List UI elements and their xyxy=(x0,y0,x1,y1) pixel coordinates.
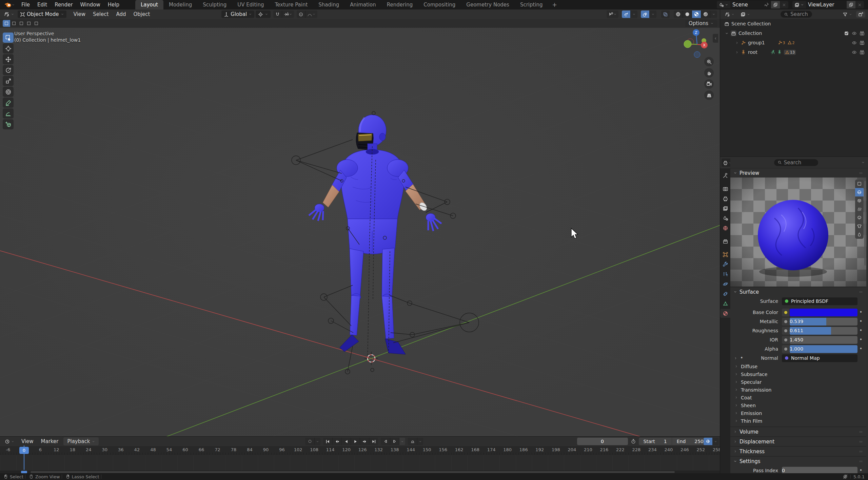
timeline-sync-dropdown[interactable] xyxy=(712,438,718,445)
surface-subpanel-header[interactable]: Emission xyxy=(730,409,866,417)
proportional-editing-toggle[interactable] xyxy=(297,11,305,18)
outliner-editor-type-button[interactable] xyxy=(723,11,736,18)
surface-shader-field[interactable]: Principled BSDF xyxy=(782,297,857,305)
value-slider[interactable]: 0.539 xyxy=(790,318,857,326)
start-frame-field[interactable]: Start1 xyxy=(639,438,672,445)
xray-toggle[interactable] xyxy=(661,11,670,18)
eye-icon[interactable] xyxy=(852,31,857,36)
collapsed-panel[interactable]: Thickness xyxy=(730,447,866,456)
preview-fluid[interactable] xyxy=(855,230,864,239)
tool-transform[interactable] xyxy=(3,87,14,97)
tab-scene[interactable] xyxy=(720,214,730,223)
base-color-socket-button[interactable] xyxy=(782,309,789,316)
timeline-sync-toggle[interactable] xyxy=(704,438,712,445)
tab-world[interactable] xyxy=(720,224,730,232)
select-mode-invert[interactable] xyxy=(25,20,33,27)
camera-view-button[interactable] xyxy=(704,79,714,89)
timeline-menu[interactable]: View xyxy=(18,437,37,445)
pivot-point-dropdown[interactable] xyxy=(256,11,271,18)
scene-browse-button[interactable] xyxy=(717,1,730,8)
shading-wireframe-button[interactable] xyxy=(674,11,683,18)
editor-type-button[interactable] xyxy=(2,11,16,18)
viewport-menu[interactable]: Object xyxy=(130,10,154,18)
outliner-row-root[interactable]: root 13 xyxy=(720,47,868,57)
workspace-tab[interactable]: Modeling xyxy=(163,0,197,9)
preview-sphere[interactable] xyxy=(855,188,864,196)
checkbox-icon[interactable] xyxy=(844,31,849,36)
current-frame-field[interactable]: 0 xyxy=(577,438,628,445)
value-slider[interactable]: 0.611 xyxy=(790,327,857,335)
normal-map-field[interactable]: Normal Map xyxy=(782,354,857,362)
expand-icon[interactable] xyxy=(735,50,739,54)
workspace-tab[interactable]: UV Editing xyxy=(232,0,269,9)
workspace-tab[interactable]: Scripting xyxy=(515,0,548,9)
view-layer-remove-button[interactable] xyxy=(855,1,864,8)
snap-toggle[interactable] xyxy=(273,11,282,18)
view-layer-name-field[interactable]: ViewLayer xyxy=(806,1,847,8)
keying-dropdown[interactable] xyxy=(314,438,320,445)
playhead[interactable]: 0 xyxy=(19,447,29,454)
topbar-menu[interactable]: File xyxy=(18,1,34,9)
viewport-canvas[interactable]: User Perspective (0) Collection | helmet… xyxy=(0,28,720,436)
workspace-tab[interactable]: Compositing xyxy=(418,0,461,9)
step-back-button[interactable] xyxy=(381,438,390,445)
timeline-snap-button[interactable] xyxy=(408,438,417,445)
view-layer-new-button[interactable] xyxy=(847,1,855,8)
socket-button[interactable] xyxy=(782,345,789,353)
overlays-dropdown[interactable] xyxy=(649,11,656,18)
workspace-tab[interactable]: Geometry Nodes xyxy=(461,0,515,9)
camera-icon[interactable] xyxy=(860,31,865,36)
add-workspace-button[interactable]: + xyxy=(549,1,560,8)
previous-keyframe-button[interactable] xyxy=(332,438,341,445)
scene-unlink-button[interactable] xyxy=(780,1,788,8)
tab-collection[interactable] xyxy=(720,237,730,246)
tab-output[interactable] xyxy=(720,194,730,203)
topbar-menu[interactable]: Render xyxy=(51,1,76,9)
surface-subpanel-header[interactable]: Diffuse xyxy=(730,362,866,370)
step-dropdown[interactable] xyxy=(399,438,405,445)
tool-rotate[interactable] xyxy=(3,65,14,75)
animate-dot[interactable]: • xyxy=(857,309,864,315)
tab-material[interactable] xyxy=(720,309,730,318)
properties-scrollbar[interactable] xyxy=(864,181,866,266)
animate-dot[interactable]: • xyxy=(857,467,864,473)
eye-icon[interactable] xyxy=(852,40,857,45)
pass-index-field[interactable]: 0 xyxy=(782,467,857,474)
animate-dot[interactable]: • xyxy=(857,318,864,325)
expand-icon[interactable] xyxy=(735,41,739,45)
animate-dot[interactable]: • xyxy=(857,337,864,343)
outliner-row-group1[interactable]: group1 3 2 xyxy=(720,38,868,47)
tab-constraints[interactable] xyxy=(720,289,730,298)
socket-button[interactable] xyxy=(782,318,789,326)
overlays-toggle[interactable] xyxy=(641,11,649,18)
outliner-row-scene-collection[interactable]: Scene Collection xyxy=(720,19,868,28)
tab-physics[interactable] xyxy=(720,279,730,288)
settings-panel-header[interactable]: Settings xyxy=(730,457,866,466)
tab-render[interactable] xyxy=(720,184,730,193)
jump-to-start-button[interactable] xyxy=(323,438,332,445)
surface-subpanel-header[interactable]: Subsurface xyxy=(730,370,866,378)
surface-subpanel-header[interactable]: Thin Film xyxy=(730,417,866,425)
expand-icon[interactable] xyxy=(734,356,737,360)
animate-dot[interactable]: • xyxy=(857,328,864,334)
outliner-filter-dropdown[interactable] xyxy=(841,11,854,18)
surface-panel-header[interactable]: Surface xyxy=(730,287,866,296)
select-mode-extend[interactable] xyxy=(10,20,18,27)
surface-subpanel-header[interactable]: Coat xyxy=(730,394,866,401)
tool-add-cube[interactable] xyxy=(3,119,14,129)
value-slider[interactable]: 1.450 xyxy=(790,336,857,344)
timeline-ruler[interactable]: -606121824303642485460667278849096102108… xyxy=(0,446,720,455)
outliner-row-collection[interactable]: Collection xyxy=(720,28,868,38)
object-visibility-dropdown[interactable] xyxy=(607,11,618,18)
playback-menu[interactable]: Playback xyxy=(63,437,99,445)
select-mode-set[interactable] xyxy=(3,20,10,27)
eye-icon[interactable] xyxy=(852,50,857,55)
tool-measure[interactable] xyxy=(3,108,14,119)
outliner-search-input[interactable]: Search xyxy=(781,11,812,18)
end-frame-field[interactable]: End250 xyxy=(672,438,708,445)
tool-move[interactable] xyxy=(3,54,14,64)
tool-cursor[interactable] xyxy=(3,43,14,54)
socket-button[interactable] xyxy=(782,327,789,335)
collapsed-panel[interactable]: Displacement xyxy=(730,437,866,446)
tab-tool[interactable] xyxy=(720,171,730,180)
